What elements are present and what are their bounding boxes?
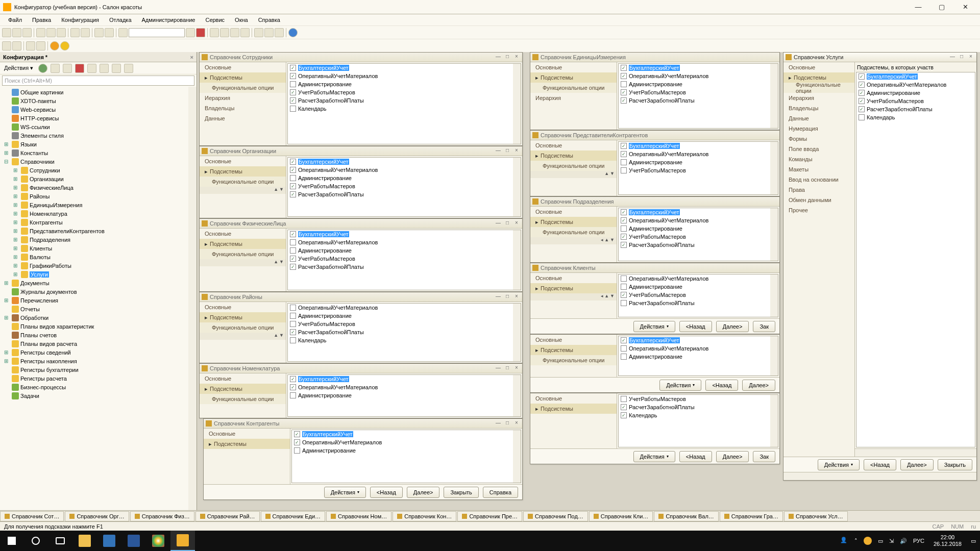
win-close-icon[interactable]: ×: [513, 420, 520, 427]
config-search-input[interactable]: Поиск (Ctrl+Alt+M): [2, 76, 194, 86]
win-kontragenty[interactable]: Справочник Контрагенты—□× Основные ▸Подс…: [203, 418, 523, 500]
window-tab[interactable]: Справочник Кон…: [393, 511, 456, 521]
btn-back[interactable]: <Назад: [370, 487, 403, 498]
btn-back[interactable]: <Назад: [864, 459, 896, 470]
nav-osnovnye[interactable]: Основные: [530, 335, 617, 345]
h-scrollbar-outer[interactable]: [783, 472, 976, 480]
chk-uchet[interactable]: [290, 321, 296, 327]
chk-uchet[interactable]: [621, 167, 627, 173]
tray-notifications-icon[interactable]: ▭: [971, 538, 976, 544]
btn-next[interactable]: Далее>: [716, 451, 749, 462]
nav-funkopt[interactable]: Функциональные опции: [200, 394, 286, 404]
chk-buh[interactable]: [859, 73, 865, 80]
scrollbar[interactable]: [513, 158, 521, 216]
tree-item[interactable]: Регистры расчета: [0, 374, 197, 383]
tree-item[interactable]: ⊞Номенклатура: [0, 209, 197, 218]
win-max-icon[interactable]: □: [504, 365, 511, 372]
nav-podsistemy[interactable]: ▸Подсистемы: [204, 439, 290, 449]
chk-oper[interactable]: [621, 73, 627, 79]
task-store[interactable]: [97, 531, 121, 551]
task-word[interactable]: [121, 531, 146, 551]
tb-clipboard-icon[interactable]: [210, 28, 219, 37]
chk-admin[interactable]: [621, 226, 627, 232]
scrollbar[interactable]: [770, 336, 778, 375]
win-fizlica[interactable]: Справочник ФизическиеЛица—□× Основные ▸П…: [199, 218, 523, 292]
tree-item[interactable]: ⊞Услуги: [0, 270, 197, 279]
win-max-icon[interactable]: □: [958, 54, 965, 61]
tray-battery-icon[interactable]: ▭: [878, 538, 883, 544]
win-edizm[interactable]: Справочник ЕдиницыИзмерения Основные ▸По…: [530, 52, 780, 130]
chk-admin[interactable]: [621, 159, 627, 165]
nav-podsistemy[interactable]: ▸Подсистемы: [530, 404, 617, 414]
tray-onec-icon[interactable]: [864, 537, 872, 545]
btn-next[interactable]: Далее>: [716, 321, 749, 332]
btn-close[interactable]: Закрыть: [938, 459, 972, 470]
win-min-icon[interactable]: —: [495, 420, 502, 427]
tray-wifi-icon[interactable]: ⇲: [889, 538, 894, 544]
chk-kalendar[interactable]: [290, 106, 296, 112]
tree-item[interactable]: HTTP-сервисы: [0, 114, 197, 122]
win-uslugi[interactable]: Справочник Услуги—□× Основные ▸Подсистем…: [783, 52, 977, 481]
btn-back[interactable]: <Назад: [679, 451, 712, 462]
win-grafiki[interactable]: Основные ▸Подсистемы УчетРаботыМастеров …: [530, 393, 780, 464]
tree-item[interactable]: Планы счетов: [0, 331, 197, 339]
tray-volume-icon[interactable]: 🔊: [900, 538, 907, 544]
chk-uchet[interactable]: [621, 234, 627, 240]
chk-raschet[interactable]: [290, 97, 296, 104]
tb-start2-icon[interactable]: [60, 41, 69, 51]
tree-item[interactable]: WS-ссылки: [0, 122, 197, 131]
nav-vvod[interactable]: Ввод на основании: [783, 174, 854, 185]
chk-admin[interactable]: [621, 354, 627, 360]
tb-dbupdate2-icon[interactable]: [12, 41, 21, 51]
chk-oper[interactable]: [621, 217, 627, 223]
win-min-icon[interactable]: —: [495, 147, 502, 155]
menu-config[interactable]: Конфигурация: [57, 16, 103, 24]
btn-zak[interactable]: Зак: [753, 321, 775, 332]
tray-people-icon[interactable]: 👤: [840, 537, 848, 545]
tb-paste-icon[interactable]: [57, 28, 66, 37]
nav-prava[interactable]: Права: [783, 185, 854, 195]
nav-funkopt[interactable]: Функциональные опции: [783, 83, 854, 93]
nav-funkopt[interactable]: Функциональные опции: [200, 83, 286, 93]
config-close-icon[interactable]: ×: [190, 54, 193, 60]
tree-scrollbar[interactable]: [188, 87, 197, 510]
start-button[interactable]: [0, 531, 23, 551]
tb-dd-icon[interactable]: [186, 28, 195, 37]
window-tab[interactable]: Справочник Гра…: [720, 511, 783, 521]
win-max-icon[interactable]: □: [504, 220, 511, 227]
tb-cut-icon[interactable]: [36, 28, 45, 37]
chk-uchet[interactable]: [290, 256, 296, 262]
tree-item[interactable]: Планы видов характеристик: [0, 322, 197, 331]
chk-oper[interactable]: [294, 439, 300, 445]
nav-funkopt[interactable]: Функциональные опции: [530, 83, 617, 93]
chk-raschet[interactable]: [290, 329, 296, 335]
menu-admin[interactable]: Администрирование: [138, 16, 200, 24]
chk-uchet[interactable]: [290, 89, 296, 95]
tb-open-icon[interactable]: [12, 28, 21, 37]
tb-calc-icon[interactable]: [230, 28, 239, 37]
tb-find-icon[interactable]: [118, 28, 128, 37]
menu-service[interactable]: Сервис: [201, 16, 229, 24]
chk-buh[interactable]: [290, 376, 296, 382]
nav-osnovnye[interactable]: Основные: [200, 62, 286, 72]
chk-raschet[interactable]: [290, 191, 296, 197]
task-search[interactable]: [23, 531, 48, 551]
tb-print-icon[interactable]: [70, 28, 80, 37]
chk-uchet[interactable]: [859, 98, 865, 104]
task-chrome[interactable]: [146, 531, 170, 551]
nav-funkopt[interactable]: Функциональные опции: [530, 227, 617, 237]
window-tab[interactable]: Справочник Сот…: [0, 511, 64, 521]
config-edit-icon[interactable]: [63, 64, 72, 73]
menu-file[interactable]: Файл: [4, 16, 26, 24]
h-scrollbar[interactable]: [855, 448, 976, 457]
nav-osnovnye[interactable]: Основные: [530, 207, 617, 217]
tree-item[interactable]: Отчеты: [0, 305, 197, 313]
chk-buh[interactable]: [621, 65, 627, 71]
chk-kalendar[interactable]: [290, 337, 296, 343]
maximize-button[interactable]: ▢: [934, 3, 949, 11]
nav-podsistemy[interactable]: ▸Подсистемы: [530, 345, 617, 355]
tree-item[interactable]: ⊞ФизическиеЛица: [0, 183, 197, 192]
tray-lang[interactable]: РУС: [913, 538, 924, 544]
tree-item[interactable]: Регистры бухгалтерии: [0, 365, 197, 374]
tree-item[interactable]: ⊞Языки: [0, 140, 197, 148]
